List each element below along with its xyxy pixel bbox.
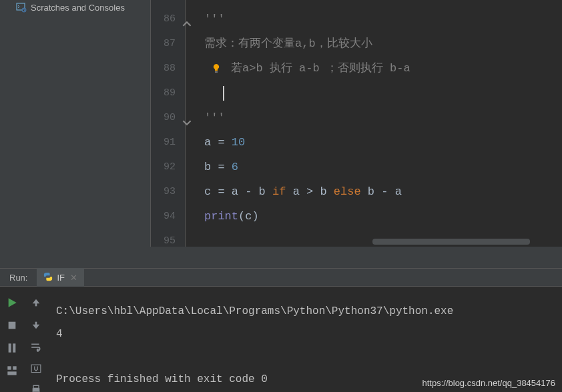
horizontal-scrollbar[interactable] — [372, 239, 530, 245]
project-sidebar: Scratches and Consoles — [0, 0, 151, 247]
run-console: C:\Users\hbl\AppData\Local\Programs\Pyth… — [0, 287, 562, 392]
svg-rect-9 — [35, 303, 37, 306]
console-output[interactable]: C:\Users\hbl\AppData\Local\Programs\Pyth… — [48, 287, 562, 392]
print-icon[interactable] — [31, 385, 41, 392]
run-toolbar-2 — [24, 287, 48, 392]
wrap-icon[interactable] — [31, 343, 41, 352]
stop-icon[interactable] — [7, 320, 17, 331]
run-panel-header: Run: IF ✕ — [0, 268, 562, 287]
intention-bulb-icon[interactable] — [212, 63, 223, 74]
python-icon — [43, 272, 53, 283]
svg-rect-5 — [13, 343, 15, 352]
run-icon[interactable] — [7, 297, 17, 308]
scroll-end-icon[interactable] — [31, 364, 41, 373]
console-icon — [16, 2, 27, 13]
svg-rect-13 — [33, 386, 39, 389]
sidebar-item-scratches[interactable]: Scratches and Consoles — [0, 0, 150, 15]
svg-rect-6 — [7, 366, 11, 369]
close-icon[interactable]: ✕ — [70, 273, 77, 283]
down-icon[interactable] — [31, 320, 41, 331]
svg-rect-10 — [35, 322, 37, 325]
svg-rect-2 — [215, 71, 218, 73]
line-gutter: 86878889909192939495 — [151, 0, 186, 247]
layout-icon[interactable] — [7, 365, 17, 376]
svg-rect-4 — [9, 343, 11, 352]
svg-rect-12 — [33, 389, 40, 392]
run-tab-label: IF — [57, 273, 65, 283]
sidebar-item-label: Scratches and Consoles — [31, 3, 125, 13]
code-editor[interactable]: 86878889909192939495 '''需求：有两个变量a,b，比较大小… — [151, 0, 562, 247]
panel-gap — [0, 247, 562, 268]
up-icon[interactable] — [31, 297, 41, 308]
svg-rect-3 — [9, 322, 16, 329]
run-tab[interactable]: IF ✕ — [37, 268, 84, 287]
svg-rect-7 — [13, 366, 16, 369]
svg-rect-8 — [7, 371, 16, 375]
code-area[interactable]: '''需求：有两个变量a,b，比较大小若a>b 执行 a-b ；否则执行 b-a… — [186, 0, 562, 247]
run-panel-label: Run: — [0, 273, 37, 283]
pause-icon[interactable] — [7, 343, 17, 353]
run-toolbar-1 — [0, 287, 24, 392]
watermark: https://blog.csdn.net/qq_38454176 — [423, 378, 556, 388]
